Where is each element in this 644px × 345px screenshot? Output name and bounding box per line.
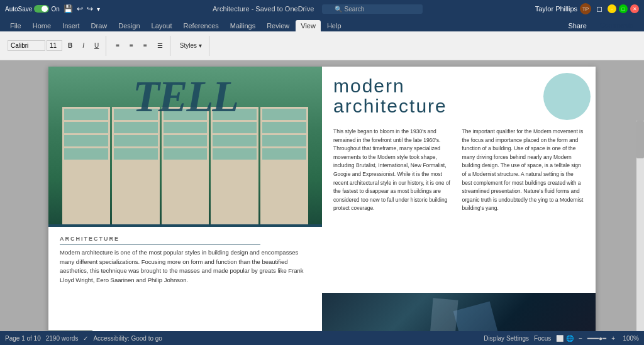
modern-arch-header: modern architecture	[322, 67, 596, 125]
status-right: Display Settings Focus ⬜ 🌐 − ━━━●━ + 100…	[484, 335, 639, 342]
left-image-area: TELL	[48, 67, 322, 227]
doc-title: Architecture - Saved to OneDrive	[213, 5, 314, 13]
title-bar: AutoSave On 💾 ↩ ↪ ▾ Architecture - Saved…	[0, 0, 644, 18]
arch-label: ARCHITECTURE	[60, 236, 260, 244]
bottom-image: The organic truth of a forest or wave pr…	[322, 293, 596, 331]
search-box[interactable]: 🔍 Search	[322, 4, 423, 14]
arch-body-text: Modern architecture is one of the most p…	[60, 248, 311, 285]
tab-references[interactable]: References	[179, 20, 224, 31]
modern-title: modern architecture	[333, 76, 447, 116]
display-settings-button[interactable]: Display Settings	[484, 335, 529, 342]
close-button[interactable]: ✕	[630, 4, 639, 13]
minimize-button[interactable]: −	[608, 4, 616, 13]
status-left: Page 1 of 10 2190 words ✓ Accessibility:…	[5, 335, 162, 342]
tab-draw[interactable]: Draw	[86, 20, 113, 31]
focus-button[interactable]: Focus	[534, 335, 551, 342]
scrollbar-thumb[interactable]	[636, 121, 644, 158]
autosave-label: AutoSave	[5, 6, 32, 13]
right-col2-text: The important qualifier for the Modern m…	[462, 128, 585, 213]
save-icon[interactable]: 💾	[64, 4, 73, 13]
align-right-button[interactable]: ≡	[139, 40, 152, 51]
bold-button[interactable]: B	[64, 40, 77, 51]
tab-design[interactable]: Design	[113, 20, 145, 31]
modern-title-line2: architecture	[333, 96, 447, 116]
building-image: TELL	[48, 67, 322, 227]
tab-help[interactable]: Help	[322, 20, 347, 31]
modern-title-line1: modern	[333, 76, 447, 96]
search-icon: 🔍	[335, 6, 342, 13]
page-container: TELL ARCHITECTURE Modern architecture is…	[0, 60, 644, 331]
word-count: 2190 words	[46, 335, 79, 342]
tab-layout[interactable]: Layout	[147, 20, 177, 31]
toolbar: Calibri 11 B I U ≡ ≡ ≡ ☰ Styles ▾	[0, 31, 644, 60]
toolbar-group-styles: Styles ▾	[173, 36, 209, 56]
title-bar-right: Taylor Phillips TP ◻ − □ ✕	[535, 3, 639, 14]
underline-button[interactable]: U	[90, 40, 103, 51]
align-center-button[interactable]: ≡	[125, 40, 138, 51]
web-layout-icon[interactable]: 🌐	[566, 335, 574, 342]
tab-view[interactable]: View	[296, 20, 321, 31]
zoom-in-button[interactable]: +	[611, 335, 615, 342]
tab-file[interactable]: File	[5, 20, 26, 31]
image-accent	[453, 302, 502, 331]
bullet-list-button[interactable]: ☰	[153, 40, 167, 51]
tab-review[interactable]: Review	[262, 20, 294, 31]
tab-insert[interactable]: Insert	[57, 20, 85, 31]
autosave-toggle[interactable]	[34, 5, 49, 13]
document-page: TELL ARCHITECTURE Modern architecture is…	[48, 67, 596, 331]
autosave-badge: AutoSave On	[5, 5, 60, 13]
tell-text: TELL	[48, 72, 322, 122]
styles-button[interactable]: Styles ▾	[175, 40, 206, 51]
align-left-button[interactable]: ≡	[111, 40, 124, 51]
page-info: Page 1 of 10	[5, 335, 41, 342]
avatar: TP	[580, 3, 591, 14]
zoom-out-button[interactable]: −	[579, 335, 582, 342]
print-layout-icon[interactable]: ⬜	[556, 335, 564, 342]
zoom-slider[interactable]: ━━━●━	[587, 335, 606, 342]
vertical-scrollbar[interactable]	[636, 121, 644, 331]
status-bar: Page 1 of 10 2190 words ✓ Accessibility:…	[0, 331, 644, 345]
accessibility-label[interactable]: Accessibility: Good to go	[93, 335, 162, 342]
image-accent2	[430, 298, 458, 331]
font-name[interactable]: Calibri	[8, 40, 45, 51]
ribbon-icon[interactable]: ◻	[596, 4, 602, 13]
tab-mailings[interactable]: Mailings	[225, 20, 260, 31]
user-area: Taylor Phillips TP	[535, 3, 591, 14]
teal-circle	[543, 73, 591, 120]
maximize-button[interactable]: □	[619, 4, 628, 13]
comments-button[interactable]: Comments	[594, 19, 639, 31]
arch-content: ARCHITECTURE Modern architecture is one …	[48, 227, 322, 331]
right-columns: This style began to bloom in the 1930's …	[322, 128, 596, 213]
font-size[interactable]: 11	[47, 40, 62, 51]
ribbon-tabs: File Home Insert Draw Design Layout Refe…	[0, 18, 644, 31]
bottom-dark-block	[48, 331, 92, 331]
undo-icon[interactable]: ↩	[77, 4, 83, 13]
user-name: Taylor Phillips	[535, 5, 577, 13]
title-bar-left: AutoSave On 💾 ↩ ↪ ▾	[5, 4, 100, 13]
bottom-right: The organic truth of a forest or wave pr…	[322, 293, 596, 331]
page-left: TELL ARCHITECTURE Modern architecture is…	[48, 67, 322, 331]
italic-button[interactable]: I	[78, 40, 89, 51]
toolbar-group-font: Calibri 11 B I U	[5, 36, 106, 56]
autosave-state: On	[51, 6, 59, 13]
facade-grid	[62, 107, 309, 227]
page-right: modern architecture This style began to …	[322, 67, 596, 331]
zoom-level[interactable]: 100%	[620, 335, 639, 342]
document-area: TELL ARCHITECTURE Modern architecture is…	[0, 60, 644, 331]
redo-icon[interactable]: ↪	[87, 4, 93, 13]
search-placeholder: Search	[345, 6, 365, 13]
toolbar-group-paragraph: ≡ ≡ ≡ ☰	[109, 36, 170, 56]
view-options: ⬜ 🌐	[556, 335, 574, 342]
win-controls: − □ ✕	[608, 4, 639, 13]
tab-home[interactable]: Home	[28, 20, 56, 31]
title-bar-center: Architecture - Saved to OneDrive 🔍 Searc…	[100, 4, 535, 14]
spell-check-icon[interactable]: ✓	[83, 335, 88, 342]
right-col1-text: This style began to bloom in the 1930's …	[333, 128, 456, 213]
share-button[interactable]: Share	[562, 20, 592, 31]
